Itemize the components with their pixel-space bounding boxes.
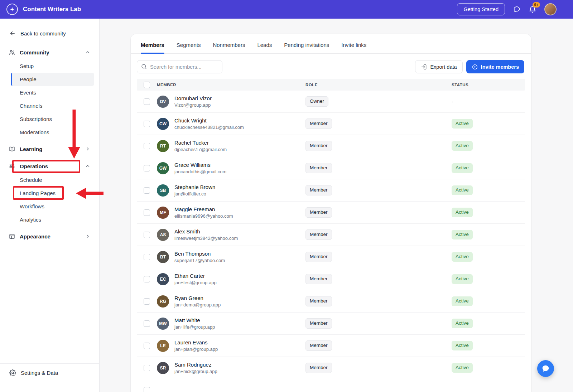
topbar: Content Writers Lab Getting Started 9+ — [0, 0, 573, 19]
row-checkbox[interactable] — [144, 121, 150, 127]
table-row[interactable]: SBStephanie Brownjan@offkilter.coMemberA… — [137, 179, 525, 202]
sidebar-item-workflows[interactable]: Workflows — [11, 200, 94, 213]
sidebar-item-moderations[interactable]: Moderations — [11, 126, 94, 139]
row-checkbox[interactable] — [144, 209, 150, 216]
table-row[interactable]: ASAlex Smithlimesweetjm3842@yahoo.comMem… — [137, 224, 525, 246]
table-row[interactable]: LELauren Evansjan+plan@group.appMemberAc… — [137, 335, 525, 357]
sidebar-item-analytics[interactable]: Analytics — [11, 213, 94, 226]
member-email: jan+nick@group.app — [174, 369, 217, 374]
chat-launcher-button[interactable] — [537, 360, 554, 377]
back-to-community[interactable]: Back to community — [0, 19, 99, 39]
table-row[interactable]: MFMaggie Freemanellismania9696@yahoo.com… — [137, 202, 525, 224]
status-badge: Active — [452, 296, 473, 306]
sidebar-section-learning[interactable]: Learning — [5, 142, 94, 156]
table-row[interactable]: RTRachel Tuckerdjpeaches17@gmail.comMemb… — [137, 135, 525, 157]
sidebar-item-setup[interactable]: Setup — [11, 59, 94, 73]
table-row[interactable]: DVDornubari VizorVizor@group.appOwner- — [137, 91, 525, 113]
status-badge: Active — [452, 185, 473, 195]
sidebar-item-landing-pages[interactable]: Landing Pages — [11, 187, 94, 200]
sidebar-item-events[interactable]: Events — [11, 86, 94, 99]
toolbar: Export data Invite members — [131, 54, 531, 79]
tabs: MembersSegmentsNonmembersLeadsPending in… — [131, 34, 531, 54]
tab-members[interactable]: Members — [141, 42, 164, 53]
row-checkbox[interactable] — [144, 320, 150, 327]
member-name: Ryan Green — [174, 295, 221, 301]
sidebar-section-community[interactable]: Community — [5, 45, 94, 59]
row-checkbox[interactable] — [144, 143, 150, 149]
getting-started-button[interactable]: Getting Started — [457, 3, 505, 15]
row-checkbox[interactable] — [144, 165, 150, 171]
row-checkbox[interactable] — [144, 187, 150, 194]
member-cell: ECEthan Carterjan+test@group.app — [157, 273, 305, 285]
member-name: Rachel Tucker — [174, 140, 227, 146]
invite-label: Invite members — [481, 64, 519, 70]
row-checkbox[interactable] — [144, 343, 150, 349]
chevron-right-icon — [85, 233, 91, 239]
chevron-right-icon — [85, 146, 91, 152]
member-cell: SBStephanie Brownjan@offkilter.co — [157, 184, 305, 197]
member-email: chuckiechesse43821@gmail.com — [174, 125, 244, 130]
status-badge: Active — [452, 141, 473, 150]
row-checkbox[interactable] — [144, 98, 150, 105]
app-logo-icon[interactable] — [6, 4, 18, 15]
role-badge: Member — [305, 185, 332, 195]
invite-members-button[interactable]: Invite members — [466, 60, 524, 73]
notifications-button[interactable]: 9+ — [529, 5, 536, 13]
member-avatar: RG — [157, 295, 169, 308]
sidebar-nav: CommunitySetupPeopleEventsChannelsSubscr… — [0, 39, 99, 363]
tab-pending-invitations[interactable]: Pending invitations — [284, 42, 329, 53]
community-icon — [9, 49, 15, 56]
select-all-checkbox[interactable] — [144, 82, 150, 88]
user-avatar[interactable] — [544, 3, 557, 15]
table-row[interactable]: MWMatt Whitejan+life@group.appMemberActi… — [137, 313, 525, 335]
member-avatar: MF — [157, 207, 169, 219]
member-email: jancandothis@gmail.com — [174, 169, 226, 174]
chat-icon[interactable] — [513, 5, 521, 13]
member-email: jan@offkilter.co — [174, 191, 215, 197]
sidebar-item-people[interactable]: People — [11, 73, 94, 86]
search-input[interactable] — [137, 60, 222, 73]
settings-and-data[interactable]: Settings & Data — [0, 363, 99, 392]
member-email: ellismania9696@yahoo.com — [174, 213, 233, 219]
tab-invite-links[interactable]: Invite links — [341, 42, 366, 53]
member-name: Sam Rodriguez — [174, 362, 217, 368]
status-badge: Active — [452, 363, 473, 372]
search-box — [137, 60, 222, 73]
export-data-button[interactable]: Export data — [415, 60, 462, 73]
row-checkbox[interactable] — [144, 232, 150, 238]
member-avatar: GW — [157, 162, 169, 174]
member-name: Maggie Freeman — [174, 206, 233, 212]
status-badge: Active — [452, 208, 473, 217]
table-row[interactable]: SRSam Rodriguezjan+nick@group.appMemberA… — [137, 357, 525, 379]
table-row[interactable]: BTBen Thompsonsuperjan17@yahoo.comMember… — [137, 246, 525, 268]
chat-bubble-icon — [541, 364, 550, 373]
member-avatar: RT — [157, 140, 169, 152]
role-badge: Member — [305, 318, 332, 328]
sidebar-item-subscriptions[interactable]: Subscriptions — [11, 112, 94, 126]
row-checkbox[interactable] — [144, 365, 150, 371]
member-cell: RGRyan Greenjan+demo@group.app — [157, 295, 305, 308]
section-label: Community — [20, 49, 49, 55]
member-avatar: BT — [157, 251, 169, 263]
tab-leads[interactable]: Leads — [257, 42, 272, 53]
member-name: Dornubari Vizor — [174, 95, 212, 101]
row-checkbox[interactable] — [144, 254, 150, 260]
tab-segments[interactable]: Segments — [177, 42, 201, 53]
members-table: MEMBER ROLE STATUS DVDornubari VizorVizo… — [137, 79, 525, 392]
status-value: - — [452, 99, 453, 105]
sidebar-section-appearance[interactable]: Appearance — [5, 229, 94, 243]
topbar-actions: Getting Started 9+ — [457, 3, 557, 15]
table-row[interactable]: RGRyan Greenjan+demo@group.appMemberActi… — [137, 290, 525, 313]
table-row[interactable]: GWGrace Williamsjancandothis@gmail.comMe… — [137, 157, 525, 179]
row-checkbox[interactable] — [144, 298, 150, 305]
sidebar-item-channels[interactable]: Channels — [11, 99, 94, 112]
table-row[interactable]: ECEthan Carterjan+test@group.appMemberAc… — [137, 268, 525, 290]
tab-nonmembers[interactable]: Nonmembers — [213, 42, 245, 53]
member-email: jan+life@group.app — [174, 324, 215, 330]
sidebar-section-operations[interactable]: Operations — [5, 159, 94, 173]
row-checkbox[interactable] — [144, 387, 150, 392]
row-checkbox[interactable] — [144, 276, 150, 282]
sidebar-item-schedule[interactable]: Schedule — [11, 173, 94, 187]
table-row[interactable]: CWChuck Wrightchuckiechesse43821@gmail.c… — [137, 113, 525, 135]
member-name: Ben Thompson — [174, 251, 225, 257]
